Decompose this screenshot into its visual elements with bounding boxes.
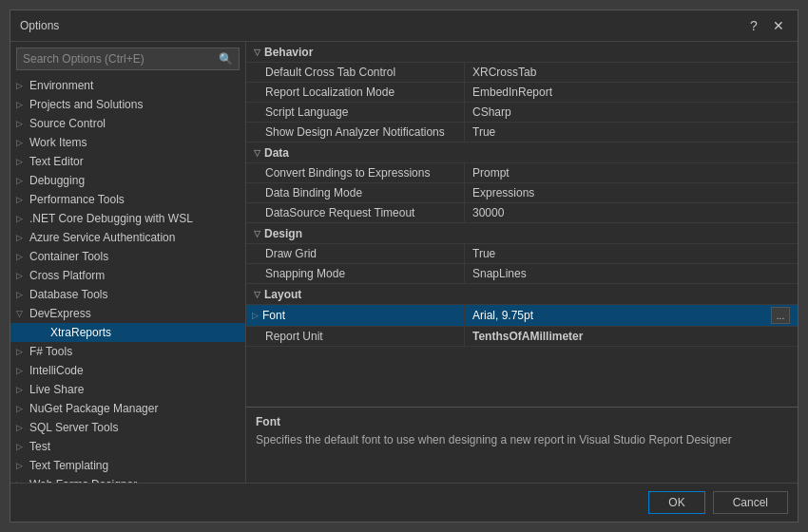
tree-arrow-sql-server: ▷ (16, 423, 29, 432)
tree-arrow-work-items: ▷ (16, 138, 29, 147)
sidebar-item-text-templating[interactable]: ▷Text Templating (10, 456, 245, 475)
tree-label-azure-service: Azure Service Authentication (29, 231, 240, 244)
search-input[interactable] (17, 48, 213, 69)
tree-arrow-net-core: ▷ (16, 214, 29, 223)
prop-name-data-binding-mode: Data Binding Mode (246, 183, 465, 202)
prop-row-convert-bindings-to-expressions[interactable]: Convert Bindings to ExpressionsPrompt (246, 163, 798, 183)
tree-arrow-live-share: ▷ (16, 385, 29, 394)
sidebar-item-xtrareports[interactable]: XtraReports (10, 323, 245, 342)
tree-arrow-debugging: ▷ (16, 176, 29, 185)
tree-arrow-cross-platform: ▷ (16, 271, 29, 280)
search-box[interactable]: 🔍 (16, 48, 240, 70)
tree-label-intellicode: IntelliCode (29, 364, 240, 377)
sidebar-item-test[interactable]: ▷Test (10, 437, 245, 456)
tree-arrow-intellicode: ▷ (16, 366, 29, 375)
tree-label-performance-tools: Performance Tools (29, 193, 240, 206)
prop-group-behavior[interactable]: ▽Behavior (246, 42, 798, 63)
prop-expand-arrow[interactable]: ▷ (252, 311, 259, 320)
sidebar-item-devexpress[interactable]: ▽DevExpress (10, 304, 245, 323)
sidebar-item-database-tools[interactable]: ▷Database Tools (10, 285, 245, 304)
prop-name-script-language: Script Language (246, 103, 465, 122)
prop-value-default-cross-tab-control: XRCrossTab (465, 63, 798, 82)
prop-row-show-design-analyzer-notifications[interactable]: Show Design Analyzer NotificationsTrue (246, 123, 798, 142)
sidebar-item-environment[interactable]: ▷Environment (10, 76, 245, 95)
group-arrow-layout: ▽ (254, 290, 260, 299)
prop-row-data-binding-mode[interactable]: Data Binding ModeExpressions (246, 183, 798, 203)
sidebar-item-work-items[interactable]: ▷Work Items (10, 133, 245, 152)
prop-name-text: Font (262, 309, 285, 322)
tree-arrow-test: ▷ (16, 442, 29, 451)
tree-label-nuget: NuGet Package Manager (29, 402, 240, 415)
sidebar-item-live-share[interactable]: ▷Live Share (10, 380, 245, 399)
prop-name-text: Convert Bindings to Expressions (265, 166, 430, 180)
prop-row-default-cross-tab-control[interactable]: Default Cross Tab ControlXRCrossTab (246, 63, 798, 83)
options-dialog: Options ? ✕ 🔍 ▷Environment▷Projects and … (10, 10, 798, 522)
prop-row-snapping-mode[interactable]: Snapping ModeSnapLines (246, 264, 798, 284)
group-arrow-data: ▽ (254, 148, 260, 158)
tree-arrow-source-control: ▷ (16, 119, 29, 128)
tree-label-container-tools: Container Tools (29, 250, 240, 263)
sidebar-item-performance-tools[interactable]: ▷Performance Tools (10, 190, 245, 209)
prop-name-text: Data Binding Mode (265, 186, 362, 200)
prop-group-layout[interactable]: ▽Layout (246, 284, 798, 305)
prop-value-report-unit: TenthsOfAMillimeter (465, 327, 798, 346)
footer: OK Cancel (10, 483, 798, 522)
prop-row-script-language[interactable]: Script LanguageCSharp (246, 103, 798, 123)
prop-ellipsis-button[interactable]: ... (771, 307, 790, 324)
sidebar-item-sql-server[interactable]: ▷SQL Server Tools (10, 418, 245, 437)
tree-label-xtrareports: XtraReports (50, 326, 240, 339)
prop-value-draw-grid: True (465, 244, 798, 263)
sidebar-item-projects[interactable]: ▷Projects and Solutions (10, 95, 245, 114)
prop-group-design[interactable]: ▽Design (246, 223, 798, 244)
group-label-behavior: Behavior (264, 46, 313, 59)
sidebar-item-container-tools[interactable]: ▷Container Tools (10, 247, 245, 266)
prop-value-font: Arial, 9.75pt... (465, 305, 798, 326)
prop-group-data[interactable]: ▽Data (246, 142, 798, 163)
sidebar-item-text-editor[interactable]: ▷Text Editor (10, 152, 245, 171)
help-button[interactable]: ? (744, 16, 763, 35)
prop-value-data-binding-mode: Expressions (465, 183, 798, 202)
title-bar: Options ? ✕ (10, 10, 798, 42)
desc-text: Specifies the default font to use when d… (256, 432, 788, 448)
ok-button[interactable]: OK (648, 491, 704, 514)
prop-value-snapping-mode: SnapLines (465, 264, 798, 283)
search-icon: 🔍 (213, 48, 239, 69)
tree-arrow-database-tools: ▷ (16, 290, 29, 299)
close-button[interactable]: ✕ (769, 16, 788, 35)
sidebar-item-fsharp-tools[interactable]: ▷F# Tools (10, 342, 245, 361)
sidebar-item-intellicode[interactable]: ▷IntelliCode (10, 361, 245, 380)
tree-container[interactable]: ▷Environment▷Projects and Solutions▷Sour… (10, 76, 245, 483)
cancel-button[interactable]: Cancel (713, 491, 788, 514)
prop-row-datasource-request-timeout[interactable]: DataSource Request Timeout30000 (246, 203, 798, 223)
tree-label-net-core: .NET Core Debugging with WSL (29, 212, 240, 225)
tree-arrow-nuget: ▷ (16, 404, 29, 413)
tree-label-live-share: Live Share (29, 383, 240, 396)
group-arrow-design: ▽ (254, 229, 260, 238)
prop-value-datasource-request-timeout: 30000 (465, 203, 798, 222)
prop-name-text: Report Localization Mode (265, 86, 394, 99)
prop-name-report-localization-mode: Report Localization Mode (246, 83, 465, 102)
prop-name-text: Script Language (265, 105, 348, 119)
sidebar-item-web-forms[interactable]: ▷Web Forms Designer (10, 475, 245, 483)
tree-label-test: Test (29, 440, 240, 453)
prop-name-convert-bindings-to-expressions: Convert Bindings to Expressions (246, 163, 465, 182)
tree-label-text-editor: Text Editor (29, 155, 240, 168)
sidebar-item-azure-service[interactable]: ▷Azure Service Authentication (10, 228, 245, 247)
prop-name-text: Show Design Analyzer Notifications (265, 125, 445, 139)
sidebar-item-net-core[interactable]: ▷.NET Core Debugging with WSL (10, 209, 245, 228)
prop-row-font[interactable]: ▷FontArial, 9.75pt... (246, 305, 798, 327)
tree-arrow-fsharp-tools: ▷ (16, 347, 29, 356)
prop-name-text: DataSource Request Timeout (265, 206, 414, 219)
prop-name-datasource-request-timeout: DataSource Request Timeout (246, 203, 465, 222)
prop-row-report-localization-mode[interactable]: Report Localization ModeEmbedInReport (246, 83, 798, 103)
prop-name-draw-grid: Draw Grid (246, 244, 465, 263)
prop-name-text: Default Cross Tab Control (265, 66, 395, 79)
sidebar-item-debugging[interactable]: ▷Debugging (10, 171, 245, 190)
sidebar-item-nuget[interactable]: ▷NuGet Package Manager (10, 399, 245, 418)
prop-row-draw-grid[interactable]: Draw GridTrue (246, 244, 798, 264)
sidebar-item-source-control[interactable]: ▷Source Control (10, 114, 245, 133)
prop-row-report-unit[interactable]: Report UnitTenthsOfAMillimeter (246, 327, 798, 347)
tree-label-sql-server: SQL Server Tools (29, 421, 240, 434)
props-area[interactable]: ▽BehaviorDefault Cross Tab ControlXRCros… (246, 42, 798, 407)
sidebar-item-cross-platform[interactable]: ▷Cross Platform (10, 266, 245, 285)
